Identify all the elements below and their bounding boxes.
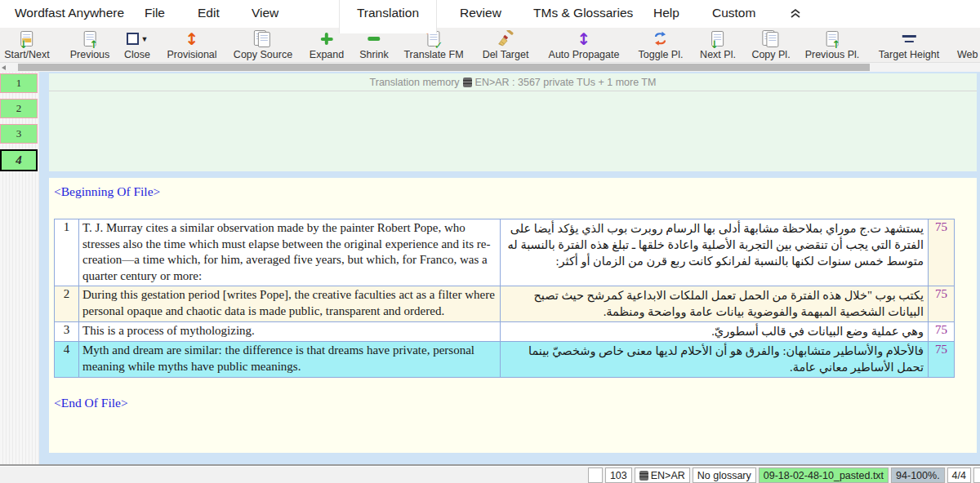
copy-pages-icon bbox=[762, 29, 780, 49]
menu-item-view[interactable]: View bbox=[252, 0, 278, 28]
match-score: 75 bbox=[929, 342, 955, 378]
document-area: <Beginning Of File> 1 T. J. Murray cites… bbox=[49, 178, 977, 453]
toolbar: ↓ Start/Next ↑ Previous ▼ Close ↕ Provis… bbox=[0, 28, 980, 62]
status-empty-cell bbox=[588, 467, 603, 483]
web-button[interactable]: Web bbox=[957, 29, 978, 60]
status-language-pair[interactable]: EN>AR bbox=[635, 467, 690, 483]
match-score: 75 bbox=[929, 322, 955, 342]
segment-box-3[interactable]: 3 bbox=[0, 124, 38, 144]
previous-button[interactable]: ↑ Previous bbox=[70, 29, 110, 60]
page-arrow-down-icon: ↓ bbox=[20, 29, 33, 49]
target-cell[interactable]: وهي عملية وضع البيانات في قالب أسطوريّ. bbox=[501, 322, 929, 342]
segment-box-1[interactable]: 1 bbox=[0, 73, 38, 93]
status-segment-position[interactable]: 4/4 bbox=[947, 467, 971, 483]
green-plus-icon bbox=[321, 29, 333, 49]
page-arrow-up-icon: ↑ bbox=[83, 29, 96, 49]
status-bar: 103 EN>AR No glossary 09-18-02-48-10_pas… bbox=[0, 467, 980, 483]
menu-item-review[interactable]: Review bbox=[460, 0, 501, 28]
source-cell[interactable]: Myth and dream are similar: the differen… bbox=[79, 342, 501, 378]
status-match-range[interactable]: 94-100%. bbox=[891, 467, 945, 483]
copy-source-button[interactable]: Copy Source bbox=[234, 29, 292, 60]
start-next-button[interactable]: ↓ Start/Next bbox=[4, 29, 50, 60]
segment-box-4-active[interactable]: 4 bbox=[0, 149, 38, 171]
toggle-placeable-button[interactable]: Toggle Pl. bbox=[639, 29, 684, 60]
scroll-left-arrow[interactable] bbox=[2, 65, 6, 70]
table-row: 2 During this gestation period [writes P… bbox=[55, 286, 955, 322]
beginning-of-file-marker: <Beginning Of File> bbox=[54, 184, 977, 199]
match-score: 75 bbox=[929, 219, 955, 286]
menu-item-help[interactable]: Help bbox=[653, 0, 679, 28]
tm-label: Translation memory bbox=[370, 77, 460, 88]
broom-icon bbox=[497, 29, 515, 49]
status-cutoff-cell bbox=[973, 467, 980, 483]
menu-item-tms-glossaries[interactable]: TMs & Glossaries bbox=[533, 0, 633, 28]
source-cell[interactable]: T. J. Murray cites a similar observation… bbox=[79, 219, 501, 286]
menu-bar: Translation Wordfast Anywhere File Edit … bbox=[0, 0, 980, 28]
database-icon bbox=[463, 78, 472, 87]
status-glossary[interactable]: No glossary bbox=[693, 467, 756, 483]
copy-pages-icon bbox=[254, 29, 272, 49]
database-icon bbox=[639, 471, 648, 481]
copy-placeable-button[interactable]: Copy Pl. bbox=[751, 29, 790, 60]
orange-updown-arrow-icon: ↕ bbox=[185, 29, 199, 49]
source-cell[interactable]: During this gestation period [writes Pop… bbox=[79, 286, 501, 322]
target-cell[interactable]: فالأحلام والأساطير متشابهان: والفرق هو أ… bbox=[501, 342, 929, 378]
end-of-file-marker: <End Of File> bbox=[54, 396, 977, 410]
scrollbar-thumb[interactable] bbox=[18, 64, 870, 71]
horizontal-scrollbar bbox=[0, 62, 980, 72]
menu-item-custom[interactable]: Custom bbox=[712, 0, 755, 28]
table-row-active: 4 Myth and dream are similar: the differ… bbox=[55, 342, 955, 378]
tm-info: EN>AR : 3567 private TUs + 1 more TM bbox=[475, 77, 657, 88]
table-row: 1 T. J. Murray cites a similar observati… bbox=[55, 219, 955, 286]
segment-number: 3 bbox=[55, 322, 79, 342]
previous-placeable-button[interactable]: ↑ Previous Pl. bbox=[805, 29, 860, 60]
translation-memory-panel: Translation memory EN>AR : 3567 private … bbox=[49, 73, 977, 171]
segment-number-column: 1 2 3 4 bbox=[0, 72, 39, 464]
table-row: 3 This is a process of mythologizing. وه… bbox=[55, 322, 955, 342]
menu-item-file[interactable]: File bbox=[145, 0, 165, 28]
editor-panel: Translation memory EN>AR : 3567 private … bbox=[49, 73, 977, 453]
tm-header: Translation memory EN>AR : 3567 private … bbox=[49, 73, 977, 91]
purple-updown-arrow-icon: ↕ bbox=[577, 29, 591, 49]
close-square-dropdown-icon: ▼ bbox=[127, 29, 149, 49]
menu-item-translation[interactable]: Translation bbox=[339, 0, 437, 33]
status-file-name[interactable]: 09-18-02-48-10_pasted.txt bbox=[759, 467, 889, 483]
source-cell[interactable]: This is a process of mythologizing. bbox=[79, 322, 501, 342]
segment-box-2[interactable]: 2 bbox=[0, 99, 38, 118]
status-segment-count: 103 bbox=[605, 467, 632, 483]
toggle-arrows-icon bbox=[653, 29, 669, 49]
segment-number: 4 bbox=[55, 342, 79, 378]
two-bars-icon bbox=[902, 29, 915, 49]
menu-item-wordfast-anywhere[interactable]: Wordfast Anywhere bbox=[15, 0, 124, 28]
content-area: 1 2 3 4 Translation memory EN>AR : 3567 … bbox=[0, 72, 980, 464]
close-button[interactable]: ▼ Close bbox=[124, 29, 150, 60]
target-cell[interactable]: يستشهد ت.ج موراي بملاحظة مشابهة أدلى بها… bbox=[501, 219, 929, 286]
segment-table: 1 T. J. Murray cites a similar observati… bbox=[54, 219, 955, 378]
target-cell[interactable]: يكتب بوب "خلال هذه الفترة من الحمل تعمل … bbox=[501, 286, 929, 322]
next-placeable-button[interactable]: ↓ Next Pl. bbox=[700, 29, 736, 60]
page-arrow-down-icon: ↓ bbox=[711, 29, 724, 49]
segment-number: 1 bbox=[55, 219, 79, 286]
auto-propagate-button[interactable]: ↕ Auto Propagate bbox=[549, 29, 620, 60]
del-target-button[interactable]: Del Target bbox=[483, 29, 529, 60]
menu-item-edit[interactable]: Edit bbox=[198, 0, 220, 28]
provisional-button[interactable]: ↕ Provisional bbox=[167, 29, 216, 60]
chevron-double-up-icon[interactable] bbox=[790, 7, 801, 22]
page-arrow-up-icon: ↑ bbox=[826, 29, 838, 49]
target-height-button[interactable]: Target Height bbox=[879, 29, 939, 60]
segment-number: 2 bbox=[55, 286, 79, 322]
match-score: 75 bbox=[929, 286, 955, 322]
